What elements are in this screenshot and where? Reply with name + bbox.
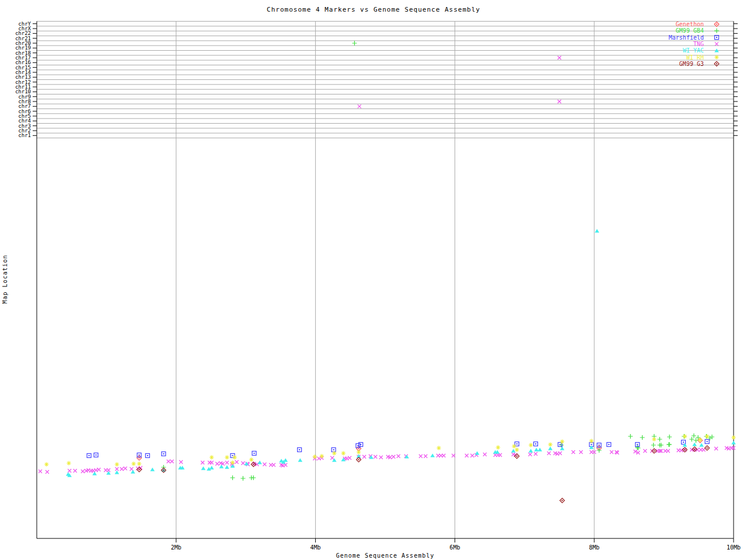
- x-glyph: [571, 450, 575, 454]
- square-dot: [89, 455, 90, 456]
- data-point-marker: [667, 442, 672, 447]
- data-point-marker: [245, 462, 249, 466]
- legend-label: WI RH: [686, 54, 704, 61]
- data-point-marker: [437, 446, 441, 450]
- plus-glyph: [231, 475, 235, 480]
- x-glyph: [534, 452, 537, 456]
- plus-glyph: [352, 41, 357, 46]
- plus-glyph: [628, 434, 633, 439]
- data-point-marker: [352, 41, 357, 46]
- data-point-marker: [374, 455, 377, 459]
- triangle-glyph: [731, 441, 736, 444]
- x-glyph: [442, 454, 445, 457]
- plus-glyph: [635, 445, 640, 450]
- diamond-dot: [654, 450, 655, 452]
- data-point-marker: [68, 469, 71, 473]
- data-point-marker: [705, 446, 710, 450]
- data-point-marker: [529, 449, 533, 453]
- x-glyph: [547, 452, 551, 455]
- data-point-marker: [470, 454, 474, 457]
- data-point-marker: [560, 439, 564, 444]
- data-point-marker: [548, 447, 553, 450]
- x-glyph: [74, 469, 77, 473]
- x-glyph: [39, 470, 42, 473]
- data-point-marker: [137, 456, 142, 460]
- x-glyph: [330, 456, 334, 460]
- triangle-glyph: [534, 448, 539, 452]
- data-point-marker: [424, 454, 427, 458]
- data-point-marker: [283, 459, 288, 462]
- x-glyph: [201, 461, 204, 464]
- triangle-glyph: [201, 467, 206, 470]
- data-point-marker: [235, 460, 239, 464]
- series-marshfield: [87, 440, 709, 458]
- x-tick-label: 8Mb: [589, 544, 599, 551]
- star-glyph: [357, 450, 361, 454]
- data-point-marker: [512, 444, 516, 449]
- triangle-glyph: [92, 472, 97, 475]
- data-point-marker: [595, 229, 599, 233]
- data-point-marker: [548, 442, 553, 447]
- x-glyph: [558, 100, 561, 103]
- data-point-marker: [560, 447, 564, 450]
- data-point-marker: [67, 461, 71, 466]
- data-point-marker: [210, 466, 214, 470]
- plus-glyph: [692, 433, 696, 438]
- data-point-marker: [651, 443, 656, 447]
- x-glyph: [714, 447, 718, 450]
- square-dot: [608, 444, 609, 445]
- legend-label: WI YAC: [683, 47, 704, 54]
- data-point-marker: [359, 443, 363, 447]
- data-point-marker: [225, 461, 229, 464]
- triangle-glyph: [115, 471, 120, 474]
- data-point-marker: [419, 454, 423, 458]
- data-point-marker: [362, 455, 366, 459]
- diamond-dot: [716, 63, 717, 64]
- data-point-marker: [210, 461, 214, 464]
- legend-label: Marshfield: [669, 34, 704, 41]
- legend-label: GM99 G3: [679, 61, 704, 67]
- data-point-marker: [348, 456, 351, 460]
- data-point-marker: [252, 452, 256, 456]
- star-glyph: [731, 435, 736, 440]
- data-point-marker: [341, 451, 346, 456]
- data-point-marker: [657, 437, 662, 442]
- diamond-dot: [684, 449, 685, 450]
- data-point-marker: [92, 472, 97, 475]
- star-glyph: [313, 454, 317, 459]
- data-point-marker: [705, 440, 709, 444]
- data-point-marker: [643, 449, 647, 453]
- x-glyph: [397, 454, 400, 458]
- diamond-dot: [253, 464, 254, 465]
- data-point-marker: [120, 467, 124, 471]
- data-point-marker: [298, 448, 302, 452]
- star-glyph: [548, 442, 553, 447]
- x-tick-label: 4Mb: [310, 544, 321, 551]
- plus-glyph: [667, 442, 672, 447]
- triangle-glyph: [298, 459, 303, 462]
- x-glyph: [580, 450, 583, 454]
- data-point-marker: [150, 468, 155, 471]
- data-point-marker: [201, 461, 204, 464]
- triangle-glyph: [225, 466, 229, 469]
- data-point-marker: [201, 467, 206, 470]
- square-dot: [333, 449, 334, 450]
- triangle-glyph: [245, 462, 249, 466]
- x-glyph: [46, 470, 49, 474]
- triangle-glyph: [257, 461, 262, 464]
- star-glyph: [529, 443, 533, 447]
- series-gm99-gb4: [161, 41, 714, 481]
- data-point-marker: [241, 461, 245, 465]
- legend-label: GM99 GB4: [676, 27, 704, 34]
- x-glyph: [498, 453, 502, 457]
- triangle-glyph: [692, 443, 697, 446]
- x-glyph: [179, 460, 183, 464]
- data-point-marker: [558, 452, 562, 455]
- plus-glyph: [667, 435, 672, 439]
- data-point-marker: [465, 454, 469, 457]
- x-tick-label: 6Mb: [449, 544, 460, 551]
- data-point-marker: [137, 453, 141, 457]
- square-dot: [683, 442, 684, 443]
- data-point-marker: [529, 443, 533, 447]
- data-point-marker: [710, 435, 714, 439]
